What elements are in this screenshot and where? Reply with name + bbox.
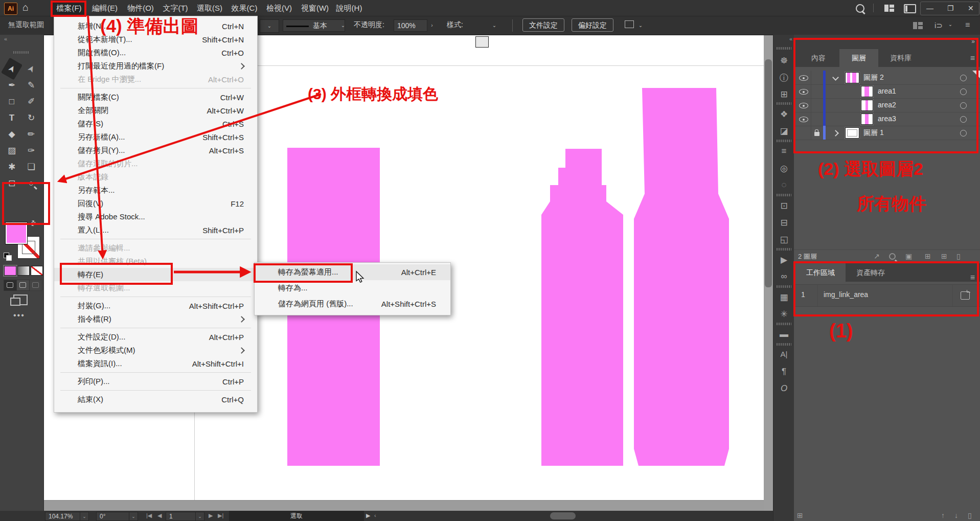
- layer-name[interactable]: area2: [878, 101, 896, 109]
- submenu-item-save-for-web-legacy[interactable]: 儲存為網頁用 (舊版)...Alt+Shift+Ctrl+S: [255, 296, 450, 312]
- dock-grip[interactable]: [777, 285, 791, 288]
- menu-item-open[interactable]: 開啟舊檔(O)...Ctrl+O: [54, 46, 257, 59]
- zoom-level-field[interactable]: 104.17%: [45, 512, 82, 521]
- swap-fill-stroke-icon[interactable]: ⇄: [28, 218, 38, 228]
- gradient-panel-icon[interactable]: ▬: [773, 329, 794, 339]
- menu-item-document-color-mode[interactable]: 文件色彩模式(M): [54, 344, 257, 357]
- align-options-icon[interactable]: i⊃: [935, 21, 943, 30]
- default-fill-stroke-icon[interactable]: [4, 253, 9, 258]
- artboard-chevron-icon[interactable]: ⌄: [195, 512, 204, 521]
- menu-item-exit[interactable]: 結束(X)Ctrl+Q: [54, 393, 257, 406]
- expand-layer-icon[interactable]: [832, 74, 839, 81]
- menu-item-export[interactable]: 轉存(E): [54, 268, 257, 281]
- shape-builder-tool-icon[interactable]: ❏: [22, 160, 40, 174]
- dock-grip[interactable]: [777, 140, 791, 142]
- layer-row-area3[interactable]: area3: [794, 112, 980, 126]
- swatches-icon[interactable]: ❖: [773, 109, 794, 120]
- direct-selection-tool-icon[interactable]: ➤: [20, 58, 42, 80]
- next-artboard-icon[interactable]: ▶: [209, 512, 213, 519]
- layer-name[interactable]: area1: [878, 87, 896, 95]
- target-circle-icon[interactable]: [960, 102, 967, 109]
- target-circle-icon[interactable]: [960, 116, 967, 123]
- actions-icon[interactable]: ▶: [773, 255, 794, 265]
- selection-tool-icon[interactable]: ➤: [1, 58, 22, 80]
- menu-effect[interactable]: 效果(C): [229, 0, 260, 16]
- arrange-documents-icon[interactable]: [904, 4, 916, 13]
- image-trace-icon[interactable]: ✳: [773, 309, 794, 320]
- visibility-icon[interactable]: [799, 75, 808, 81]
- close-button[interactable]: ✕: [968, 2, 974, 14]
- prev-artboard-icon[interactable]: ◀: [157, 512, 162, 519]
- tab-asset-export[interactable]: 資產轉存: [846, 263, 896, 282]
- eyedropper-tool-icon[interactable]: ✑: [22, 143, 40, 158]
- layer-thumbnail[interactable]: [861, 114, 873, 125]
- shaper-tool-icon[interactable]: ✏: [22, 127, 40, 142]
- visibility-icon[interactable]: [799, 103, 808, 108]
- curvature-tool-icon[interactable]: ✎: [22, 78, 40, 93]
- menu-item-document-setup[interactable]: 文件設定(D)...Alt+Ctrl+P: [54, 330, 257, 344]
- layer-thumbnail[interactable]: [845, 127, 859, 139]
- layers-panel-menu-icon[interactable]: ≡: [970, 54, 975, 63]
- color-guide-icon[interactable]: ☸: [773, 55, 794, 66]
- layer-row-area2[interactable]: area2: [794, 98, 980, 112]
- tab-libraries[interactable]: 資料庫: [878, 49, 923, 67]
- horizontal-scrollbar-thumb[interactable]: [550, 512, 576, 519]
- new-artboard-icon[interactable]: ⊞: [797, 511, 803, 519]
- menu-item-save-as[interactable]: 另存新檔(A)...Shift+Ctrl+S: [54, 130, 257, 144]
- delete-artboard-icon[interactable]: ▯: [968, 511, 972, 519]
- visibility-icon[interactable]: [799, 117, 808, 122]
- collect-for-export-icon[interactable]: ↗: [874, 252, 880, 260]
- move-down-icon[interactable]: ↓: [954, 511, 958, 519]
- menu-file[interactable]: 檔案(F): [53, 0, 85, 16]
- marquee-icon[interactable]: ◌: [773, 180, 794, 190]
- minimize-button[interactable]: —: [926, 2, 933, 14]
- artboard-number-field[interactable]: 1: [166, 512, 197, 521]
- menu-item-open-recent[interactable]: 打開最近使用過的檔案(F): [54, 59, 257, 73]
- artboard-name[interactable]: img_link_area: [824, 290, 868, 299]
- new-layer-icon[interactable]: ⊞: [941, 252, 947, 260]
- dock-grip[interactable]: [777, 248, 791, 251]
- new-sublayer-icon[interactable]: ⊞: [925, 252, 931, 260]
- transparency-icon[interactable]: ◎: [773, 163, 794, 174]
- info-icon[interactable]: ⓘ: [773, 72, 794, 84]
- draw-behind-button[interactable]: [16, 280, 30, 291]
- tab-layers[interactable]: 圖層: [839, 49, 878, 67]
- pathfinder-icon[interactable]: ◱: [773, 234, 794, 245]
- stroke-style-dropdown[interactable]: 基本: [283, 19, 345, 32]
- artboard-row[interactable]: 1 img_link_area: [794, 284, 980, 307]
- draw-normal-button[interactable]: [4, 280, 17, 291]
- target-circle-icon[interactable]: [960, 130, 967, 137]
- layer-row-layer2[interactable]: 圖層 2: [794, 71, 980, 85]
- paragraph-panel-icon[interactable]: ¶: [773, 367, 794, 377]
- layer-thumbnail[interactable]: [845, 72, 859, 83]
- menu-object[interactable]: 物件(O): [125, 0, 156, 16]
- dock-grip[interactable]: [777, 343, 791, 346]
- clipping-mask-icon[interactable]: ▣: [905, 252, 912, 260]
- dock-grip[interactable]: [777, 47, 791, 50]
- css-properties-icon[interactable]: ⊞: [773, 89, 794, 100]
- grid-options-icon[interactable]: [913, 22, 923, 29]
- character-panel-icon[interactable]: A|: [773, 350, 794, 358]
- none-mode-button[interactable]: [31, 266, 43, 276]
- tab-artboards[interactable]: 工作區域: [795, 263, 846, 282]
- lock-icon[interactable]: [814, 132, 819, 136]
- zoom-tool-icon[interactable]: ○: [22, 176, 40, 191]
- symbols-icon[interactable]: ▦: [773, 292, 794, 303]
- menu-item-place[interactable]: 置入(L)...Shift+Ctrl+P: [54, 223, 257, 237]
- rotate-tool-icon[interactable]: ↻: [22, 110, 40, 125]
- layer-name[interactable]: 圖層 2: [863, 73, 884, 82]
- opacity-field[interactable]: 100%: [394, 19, 427, 32]
- select-similar-icon[interactable]: [625, 20, 634, 28]
- last-artboard-icon[interactable]: ▶|: [218, 512, 223, 519]
- artboard-tool-icon[interactable]: ⊡: [3, 176, 20, 191]
- menu-item-save-a-copy[interactable]: 儲存拷貝(Y)...Alt+Ctrl+S: [54, 144, 257, 157]
- opacity-more-icon[interactable]: ›: [427, 19, 437, 32]
- magenta-bottle-shape-2[interactable]: [634, 88, 729, 466]
- dock-grip[interactable]: [777, 102, 791, 105]
- collapse-toolbar-icon[interactable]: «: [4, 36, 7, 42]
- target-circle-icon[interactable]: [960, 75, 967, 81]
- menu-help[interactable]: 說明(H): [333, 0, 365, 16]
- style-swatch[interactable]: [475, 36, 489, 48]
- submenu-item-export-for-screens[interactable]: 轉存為螢幕適用...Alt+Ctrl+E: [255, 264, 450, 280]
- artboard-page-icon[interactable]: [961, 291, 970, 300]
